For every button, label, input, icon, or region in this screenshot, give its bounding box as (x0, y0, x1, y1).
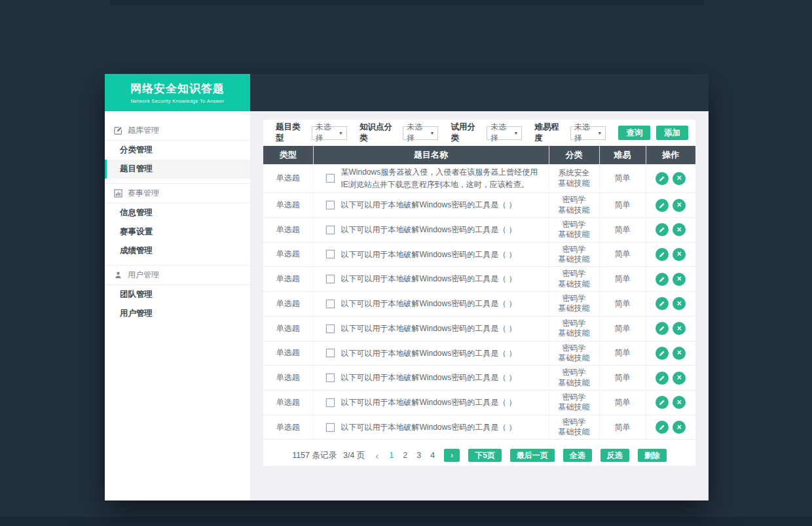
page-number-4[interactable]: 4 (430, 451, 435, 460)
delete-button[interactable]: × (673, 297, 686, 310)
chevron-down-icon: ▼ (597, 131, 602, 135)
next-page-button[interactable]: › (444, 449, 460, 462)
category-lines: 密码学基础技能 (549, 269, 599, 289)
row-checkbox[interactable] (326, 250, 335, 258)
cell-question-type: 单选题 (263, 415, 313, 440)
edit-button[interactable] (655, 347, 669, 360)
edit-button[interactable] (655, 199, 669, 212)
app-title: 网络安全知识答题 (130, 81, 225, 96)
delete-button[interactable]: × (673, 322, 686, 335)
edit-button[interactable] (655, 172, 669, 185)
row-checkbox[interactable] (326, 398, 335, 407)
trial-category-select[interactable]: 未选择▼ (487, 126, 522, 140)
sidebar-section-label: 题库管理 (128, 125, 159, 136)
sidebar-section-competition-management[interactable]: 赛事管理 (105, 183, 250, 203)
category-lines: 系统安全基础技能 (549, 168, 599, 188)
select-all-button[interactable]: 全选 (563, 449, 592, 462)
category-lines: 密码学基础技能 (549, 343, 599, 364)
table-row: 单选题以下可以用于本地破解Windows密码的工具是（ ）密码学基础技能简单× (263, 193, 695, 218)
next-5-pages-button[interactable]: 下5页 (468, 449, 502, 462)
row-checkbox[interactable] (326, 324, 335, 333)
edit-button[interactable] (655, 297, 669, 310)
table-row: 单选题以下可以用于本地破解Windows密码的工具是（ ）密码学基础技能简单× (263, 316, 695, 341)
page-number-2[interactable]: 2 (403, 451, 407, 460)
table-row: 单选题以下可以用于本地破解Windows密码的工具是（ ）密码学基础技能简单× (263, 267, 695, 292)
sidebar-item-competition-settings[interactable]: 赛事设置 (105, 222, 250, 241)
filter-bar: 题目类型未选择▼知识点分类未选择▼试用分类未选择▼难易程度未选择▼ 查询 添加 (263, 120, 695, 146)
row-checkbox[interactable] (326, 349, 335, 357)
row-checkbox[interactable] (326, 374, 335, 382)
question-title: 以下可以用于本地破解Windows密码的工具是（ ） (341, 323, 517, 335)
prev-page-button[interactable]: ‹ (375, 451, 378, 461)
page-numbers: 1234 (389, 451, 444, 460)
page-indicator: 3/4 页 (343, 450, 365, 461)
category-lines: 密码学基础技能 (549, 368, 599, 388)
category-lines: 密码学基础技能 (549, 245, 599, 265)
sidebar-section-label: 赛事管理 (128, 188, 159, 199)
cell-question-type: 单选题 (263, 164, 313, 193)
edit-button[interactable] (655, 273, 669, 286)
delete-button[interactable]: × (673, 347, 686, 360)
edit-button[interactable] (655, 396, 669, 409)
filter-group-difficulty-level: 难易程度未选择▼ (534, 122, 606, 144)
row-checkbox[interactable] (326, 174, 335, 183)
invert-selection-button[interactable]: 反选 (600, 449, 629, 462)
sidebar-item-user-management[interactable]: 用户管理 (105, 304, 250, 323)
app-body: 题库管理分类管理题目管理赛事管理信息管理赛事设置成绩管理用户管理团队管理用户管理… (105, 111, 709, 500)
sidebar-item-info-management[interactable]: 信息管理 (105, 203, 250, 222)
sidebar-item-question-management[interactable]: 题目管理 (105, 160, 250, 179)
question-title-wrap: 以下可以用于本地破解Windows密码的工具是（ ） (314, 224, 549, 236)
cell-question-type: 单选题 (263, 242, 313, 267)
knowledge-point-category-select[interactable]: 未选择▼ (403, 126, 438, 140)
sidebar-item-category-management[interactable]: 分类管理 (105, 141, 250, 160)
sidebar-section-question-bank-management[interactable]: 题库管理 (105, 120, 250, 141)
edit-button[interactable] (655, 372, 669, 385)
row-checkbox[interactable] (326, 201, 335, 209)
pagination-actions: 下5页最后一页全选反选删除 (468, 449, 667, 462)
delete-button[interactable]: × (673, 223, 686, 236)
delete-button[interactable]: × (673, 199, 686, 212)
edit-button[interactable] (655, 421, 669, 434)
cell-category: 密码学基础技能 (549, 267, 599, 292)
question-title: 以下可以用于本地破解Windows密码的工具是（ ） (341, 224, 517, 236)
edit-button[interactable] (655, 223, 669, 236)
chevron-down-icon: ▼ (339, 131, 343, 135)
row-checkbox[interactable] (326, 423, 335, 432)
cell-difficulty: 简单 (599, 341, 646, 366)
question-title-wrap: 以下可以用于本地破解Windows密码的工具是（ ） (314, 421, 549, 434)
delete-button[interactable]: × (673, 273, 686, 286)
edit-button[interactable] (655, 322, 669, 335)
sidebar-item-score-management[interactable]: 成绩管理 (105, 241, 250, 260)
delete-button[interactable]: × (673, 372, 686, 385)
pencil-icon (659, 399, 665, 406)
pencil-icon (659, 375, 665, 381)
knowledge-point-category-label: 知识点分类 (360, 122, 397, 144)
app-subtitle: Network Security Knowledge To Answer (130, 98, 224, 104)
category-lines: 密码学基础技能 (549, 294, 599, 314)
delete-button[interactable]: × (673, 421, 686, 434)
sidebar-section-user-management-section[interactable]: 用户管理 (105, 265, 250, 285)
table-row: 单选题以下可以用于本地破解Windows密码的工具是（ ）密码学基础技能简单× (263, 415, 695, 440)
delete-button[interactable]: × (673, 248, 686, 261)
edit-button[interactable] (655, 248, 669, 261)
pencil-icon (659, 325, 665, 332)
question-type-select[interactable]: 未选择▼ (312, 126, 347, 140)
row-checkbox[interactable] (326, 275, 335, 283)
last-page-button[interactable]: 最后一页 (510, 449, 555, 462)
add-button[interactable]: 添加 (656, 126, 688, 140)
question-title: 以下可以用于本地破解Windows密码的工具是（ ） (341, 421, 517, 434)
cell-category: 密码学基础技能 (549, 316, 599, 341)
pencil-icon (659, 276, 665, 283)
delete-button[interactable]: × (673, 172, 686, 185)
row-checkbox[interactable] (326, 226, 335, 234)
page-number-1[interactable]: 1 (389, 451, 394, 460)
sidebar-item-team-management[interactable]: 团队管理 (105, 285, 250, 304)
difficulty-level-select[interactable]: 未选择▼ (570, 126, 606, 140)
delete-selected-button[interactable]: 删除 (638, 449, 667, 462)
query-button[interactable]: 查询 (618, 126, 650, 140)
page-number-3[interactable]: 3 (416, 451, 421, 460)
delete-button[interactable]: × (673, 396, 686, 409)
row-checkbox[interactable] (326, 300, 335, 308)
app-header: 网络安全知识答题 Network Security Knowledge To A… (105, 74, 709, 111)
cell-question-title: 以下可以用于本地破解Windows密码的工具是（ ） (313, 242, 549, 267)
